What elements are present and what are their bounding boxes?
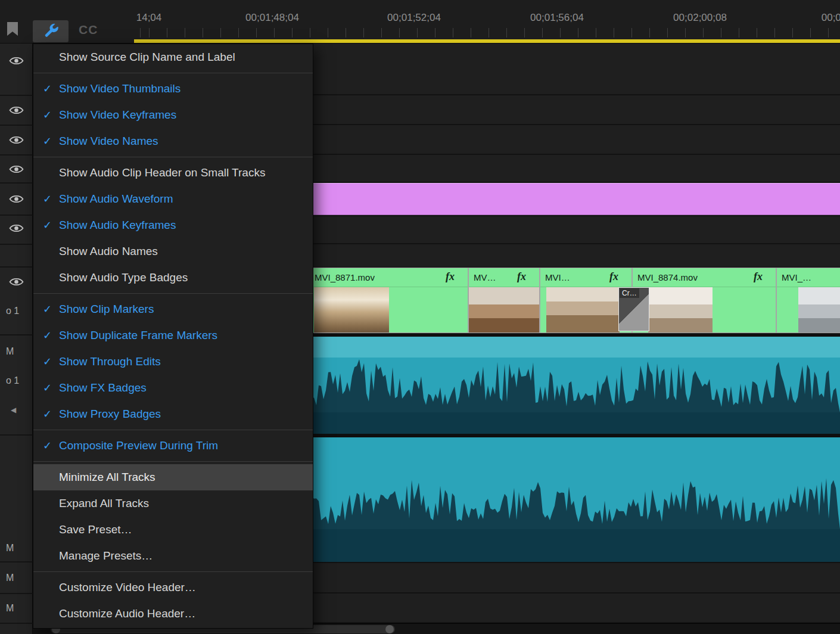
track-header-rail: o 1Mo 1◀MMM: [0, 43, 33, 634]
ruler-ticks: [134, 28, 840, 38]
clip-header: MVI_8871.movfx: [310, 268, 468, 287]
menu-item-save-preset[interactable]: Save Preset…: [33, 517, 313, 543]
clip-header: MV…fx: [469, 268, 539, 287]
timeline-ruler[interactable]: 14;0400;01;48;0400;01;52;0400;01;56;0400…: [134, 0, 840, 38]
menu-item-show-source-clip-name-and-label[interactable]: Show Source Clip Name and Label: [33, 44, 313, 70]
menu-item-customize-video-header[interactable]: Customize Video Header…: [33, 574, 313, 601]
menu-item-label: Show Duplicate Frame Markers: [59, 329, 217, 342]
scrollbar-endcap-icon[interactable]: [385, 625, 394, 633]
menu-item-label: Save Preset…: [59, 523, 132, 536]
menu-item-expand-all-tracks[interactable]: Expand All Tracks: [33, 490, 313, 517]
menu-item-label: Show Video Thumbnails: [59, 82, 181, 95]
checkmark-icon: ✓: [43, 135, 59, 148]
menu-item-show-video-keyframes[interactable]: ✓Show Video Keyframes: [33, 102, 313, 128]
closed-captions-button[interactable]: CC: [79, 23, 98, 37]
menu-separator: [33, 430, 313, 430]
menu-item-label: Show Through Edits: [59, 355, 161, 368]
mute-button[interactable]: M: [6, 543, 14, 554]
video-clip-mv[interactable]: MV…fx: [469, 268, 539, 332]
menu-separator: [33, 293, 313, 294]
track-name-label: o 1: [6, 306, 19, 316]
menu-item-label: Show Video Keyframes: [59, 108, 176, 122]
pennant-marker-icon[interactable]: [5, 21, 20, 37]
clip-thumbnail: [469, 287, 539, 332]
mute-button[interactable]: M: [6, 573, 14, 583]
track-output-eye-icon[interactable]: [9, 276, 24, 287]
rail-separator: [0, 561, 33, 562]
menu-item-show-audio-waveform[interactable]: ✓Show Audio Waveform: [33, 186, 313, 212]
fx-badge-icon[interactable]: fx: [609, 271, 618, 283]
track-output-eye-icon[interactable]: [9, 55, 24, 66]
timecode-label: 00;01;52;04: [387, 12, 441, 24]
cross-dissolve-transition[interactable]: Cr…: [618, 287, 649, 331]
menu-item-label: Show Clip Markers: [59, 303, 154, 316]
menu-item-show-fx-badges[interactable]: ✓Show FX Badges: [33, 375, 313, 401]
menu-item-composite-preview-during-trim[interactable]: ✓Composite Preview During Trim: [33, 433, 313, 459]
video-clip-mvi-8874-mov[interactable]: MVI_8874.movfx: [633, 268, 776, 332]
video-clip-mvi-8871-mov[interactable]: MVI_8871.movfx: [310, 268, 468, 332]
checkmark-icon: ✓: [43, 192, 59, 206]
menu-item-manage-presets[interactable]: Manage Presets…: [33, 543, 313, 569]
timeline-display-settings-menu: Show Source Clip Name and Label✓Show Vid…: [33, 43, 313, 629]
rail-separator: [0, 334, 33, 335]
clip-header: MVI…fx: [540, 268, 631, 287]
fx-badge-icon[interactable]: fx: [446, 271, 455, 283]
fx-badge-icon[interactable]: fx: [517, 271, 526, 283]
menu-item-show-audio-names[interactable]: Show Audio Names: [33, 238, 313, 265]
mute-button[interactable]: M: [6, 346, 14, 357]
menu-item-minimize-all-tracks[interactable]: Minimize All Tracks: [33, 464, 313, 490]
clip-thumbnail-strip: [777, 287, 840, 332]
menu-item-label: Customize Video Header…: [59, 581, 196, 594]
menu-item-show-proxy-badges[interactable]: ✓Show Proxy Badges: [33, 401, 313, 427]
clip-name: MVI…: [545, 272, 570, 282]
checkmark-icon: ✓: [43, 329, 59, 342]
checkmark-icon: ✓: [43, 408, 59, 421]
menu-item-label: Expand All Tracks: [59, 497, 149, 510]
menu-item-show-video-thumbnails[interactable]: ✓Show Video Thumbnails: [33, 76, 313, 102]
menu-item-show-audio-clip-header-on-small-tracks[interactable]: Show Audio Clip Header on Small Tracks: [33, 160, 313, 186]
track-output-eye-icon[interactable]: [9, 105, 24, 116]
menu-item-show-through-edits[interactable]: ✓Show Through Edits: [33, 349, 313, 375]
transition-label: Cr…: [620, 288, 639, 298]
track-name-label: o 1: [6, 375, 19, 386]
track-output-eye-icon[interactable]: [9, 223, 24, 234]
fx-badge-icon[interactable]: fx: [754, 271, 763, 283]
rail-separator: [0, 244, 33, 245]
work-area-bar[interactable]: [134, 39, 840, 43]
timeline-panel: MVI_8871.movfxMV…fxMVI…fxMVI_8874.movfxM…: [0, 0, 840, 634]
clip-thumbnail: [798, 287, 840, 332]
clip-name: MVI_8871.mov: [315, 272, 375, 282]
timeline-display-settings-button[interactable]: [33, 20, 69, 42]
timecode-label: 14;04: [136, 12, 162, 24]
track-output-eye-icon[interactable]: [9, 194, 24, 204]
collapse-triangle-icon[interactable]: ◀: [11, 406, 16, 414]
checkmark-icon: ✓: [43, 108, 59, 122]
rail-separator: [0, 593, 33, 594]
menu-item-show-duplicate-frame-markers[interactable]: ✓Show Duplicate Frame Markers: [33, 322, 313, 349]
menu-item-label: Customize Audio Header…: [59, 607, 195, 620]
clip-header: MVI_8874.movfx: [633, 268, 776, 287]
menu-item-label: Show Audio Keyframes: [59, 219, 176, 232]
menu-item-label: Show Audio Type Badges: [59, 271, 188, 284]
track-output-eye-icon[interactable]: [9, 135, 24, 145]
menu-item-customize-audio-header[interactable]: Customize Audio Header…: [33, 601, 313, 627]
menu-item-label: Show Video Names: [59, 135, 158, 148]
video-clip-mvi[interactable]: MVI_…: [777, 268, 840, 332]
track-output-eye-icon[interactable]: [9, 164, 24, 175]
clip-thumbnail-strip: [633, 287, 776, 332]
menu-separator: [33, 157, 313, 157]
menu-item-label: Show Proxy Badges: [59, 408, 161, 421]
timecode-label: 00;02: [822, 12, 840, 24]
clip-thumbnail-strip: [469, 287, 539, 332]
rail-separator: [0, 434, 33, 436]
clip-name: MV…: [474, 272, 496, 282]
timecode-label: 00;02;00;08: [673, 12, 727, 24]
menu-item-label: Show FX Badges: [59, 381, 147, 394]
menu-item-show-video-names[interactable]: ✓Show Video Names: [33, 128, 313, 154]
menu-separator: [33, 571, 313, 572]
mute-button[interactable]: M: [6, 603, 14, 614]
menu-item-show-audio-keyframes[interactable]: ✓Show Audio Keyframes: [33, 212, 313, 238]
menu-item-show-audio-type-badges[interactable]: Show Audio Type Badges: [33, 265, 313, 291]
menu-item-show-clip-markers[interactable]: ✓Show Clip Markers: [33, 296, 313, 322]
rail-separator: [0, 154, 33, 156]
